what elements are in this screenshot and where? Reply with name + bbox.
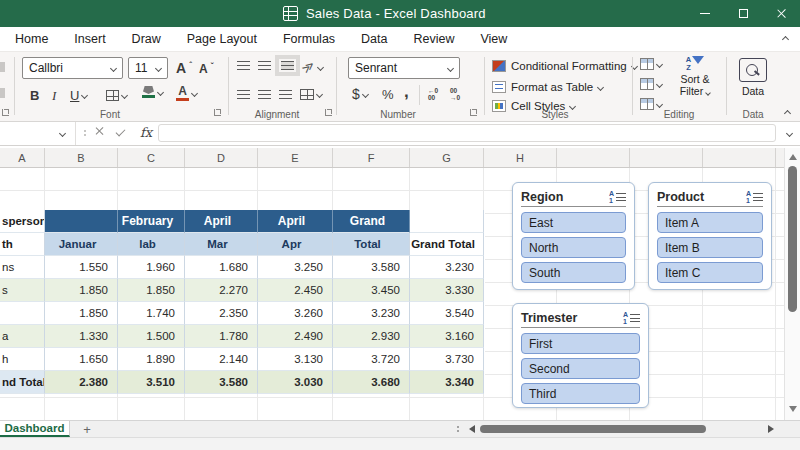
slicer-region[interactable]: Region A1 East North South [512,182,635,290]
table-cell[interactable]: 3.450 [333,279,410,302]
table-cell[interactable]: 2.380 [45,371,118,394]
tab-page-layout[interactable]: Page Layout [174,27,270,52]
orientation-button[interactable]: ≫ [302,60,323,74]
table-cell[interactable]: 1.740 [118,302,185,325]
column-header-h[interactable]: H [484,148,557,167]
multi-select-filter-icon[interactable]: A1 [623,311,640,325]
table-cell[interactable]: sperson [0,210,45,233]
sort-filter-button[interactable]: AZ Sort & Filter [672,56,718,97]
column-header-b[interactable]: B [45,148,118,167]
tab-review[interactable]: Review [400,27,467,52]
table-cell[interactable]: 1.960 [118,256,185,279]
increase-decimal-button[interactable]: ←000 [428,87,438,102]
tab-draw[interactable]: Draw [119,27,174,52]
font-color-button[interactable]: A [176,85,197,101]
table-cell[interactable]: 1.780 [185,325,258,348]
slicer-item-first[interactable]: First [521,333,640,354]
close-button[interactable] [762,0,800,27]
align-left-button[interactable] [237,90,250,99]
column-header-d[interactable]: D [185,148,258,167]
expand-formula-bar-icon[interactable] [786,130,793,137]
formula-input[interactable] [158,124,776,142]
slicer-item-east[interactable]: East [521,212,626,233]
worksheet-grid[interactable]: sperson February April April Grand th Ja… [0,168,784,420]
scroll-left-icon[interactable] [469,425,475,433]
table-cell[interactable]: 3.230 [333,302,410,325]
slicer-item-item-b[interactable]: Item B [657,237,763,258]
column-header-e[interactable]: E [258,148,333,167]
table-cell[interactable]: Total [333,233,410,256]
tab-home[interactable]: Home [2,27,61,52]
multi-select-filter-icon[interactable]: A1 [609,190,626,204]
align-center-button[interactable] [258,90,271,99]
table-cell[interactable]: 2.450 [258,279,333,302]
align-right-button[interactable] [279,90,292,99]
table-cell[interactable]: 2.270 [185,279,258,302]
cancel-formula-button[interactable] [94,126,104,136]
data-button[interactable]: Data [730,58,776,97]
table-cell[interactable]: 3.340 [410,371,484,394]
align-middle-button[interactable] [258,61,271,70]
table-cell[interactable]: Apr [258,233,333,256]
table-cell[interactable]: 1.680 [185,256,258,279]
decrease-decimal-button[interactable]: 00→0 [450,87,460,102]
insert-function-button[interactable]: fx [140,125,152,140]
table-cell[interactable]: nd Total [0,371,45,394]
number-dialog-launcher-icon[interactable] [470,109,477,116]
table-cell[interactable]: 3.720 [333,348,410,371]
column-header-j[interactable] [630,148,703,167]
table-cell[interactable]: February [118,210,185,233]
table-cell[interactable] [410,210,484,233]
table-cell[interactable]: s [0,279,45,302]
collapse-ribbon-icon[interactable] [784,110,791,117]
column-header-i[interactable] [557,148,630,167]
scroll-right-icon[interactable] [768,425,774,433]
table-cell[interactable]: Mar [185,233,258,256]
table-cell[interactable]: a [0,325,45,348]
table-cell[interactable]: th [0,233,45,256]
table-cell[interactable]: 1.330 [45,325,118,348]
column-header-a[interactable]: A [0,148,45,167]
table-cell[interactable] [45,210,118,233]
table-cell[interactable]: 2.930 [333,325,410,348]
clipboard-dialog-launcher-icon[interactable] [2,109,9,116]
percent-style-button[interactable]: % [382,87,394,102]
table-cell[interactable]: 1.850 [45,279,118,302]
table-cell[interactable]: 3.250 [258,256,333,279]
grow-font-button[interactable]: Aˆ [176,60,192,76]
table-cell[interactable]: 1.500 [118,325,185,348]
table-cell[interactable]: 1.850 [118,279,185,302]
tab-view[interactable]: View [467,27,520,52]
comma-style-button[interactable]: , [404,82,409,102]
table-cell[interactable]: 3.330 [410,279,484,302]
table-cell[interactable]: lab [118,233,185,256]
table-cell[interactable]: 3.260 [258,302,333,325]
bold-button[interactable]: B [30,88,39,103]
underline-button[interactable]: U [70,88,87,103]
slicer-item-north[interactable]: North [521,237,626,258]
font-size-combobox[interactable]: 11 [128,57,168,79]
table-cell[interactable]: 3.160 [410,325,484,348]
table-cell[interactable]: 3.130 [258,348,333,371]
table-cell[interactable]: 1.890 [118,348,185,371]
column-header-f[interactable]: F [333,148,410,167]
column-header-g[interactable]: G [410,148,484,167]
table-cell[interactable]: h [0,348,45,371]
name-box[interactable] [0,122,76,145]
maximize-button[interactable] [724,0,762,27]
slicer-product[interactable]: Product A1 Item A Item B Item C [648,182,772,290]
table-cell[interactable]: 3.680 [333,371,410,394]
table-cell[interactable]: 3.030 [258,371,333,394]
table-cell[interactable]: 3.230 [410,256,484,279]
align-top-button[interactable] [237,61,250,70]
table-cell[interactable] [0,302,45,325]
table-cell[interactable]: 3.580 [185,371,258,394]
add-sheet-button[interactable]: + [78,421,96,437]
fill-color-button[interactable] [142,86,163,98]
table-cell[interactable]: April [185,210,258,233]
table-cell[interactable]: 3.540 [410,302,484,325]
table-cell[interactable]: 3.730 [410,348,484,371]
merge-center-button[interactable] [300,89,322,100]
chevron-up-icon[interactable] [782,36,789,43]
format-as-table-button[interactable]: Format as Table [492,81,603,93]
